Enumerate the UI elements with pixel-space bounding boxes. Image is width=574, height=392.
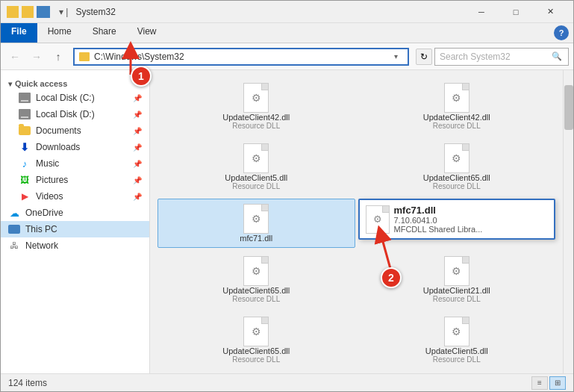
file-sub-7: Resource DLL bbox=[433, 295, 481, 303]
file-icon-3: ⚙ bbox=[442, 143, 472, 173]
file-item-9[interactable]: ⚙ UpdateClient5.dll Resource DLL bbox=[358, 311, 556, 369]
sidebar: ▾ Quick access Local Disk (C:) 📌 bbox=[1, 70, 150, 373]
status-item-count: 124 items bbox=[8, 378, 47, 388]
main-content: ▾ Quick access Local Disk (C:) 📌 bbox=[1, 70, 573, 373]
file-icon-1: ⚙ bbox=[442, 83, 472, 113]
file-icon-7: ⚙ bbox=[442, 256, 472, 286]
view-btn-grid[interactable]: ⊞ bbox=[549, 376, 566, 390]
file-sub-1: Resource DLL bbox=[433, 122, 481, 130]
sidebar-item-network[interactable]: 🖧 Network bbox=[1, 237, 149, 254]
file-name-6: UpdateClient65.dll bbox=[222, 286, 290, 295]
sidebar-item-this-pc[interactable]: This PC bbox=[1, 221, 149, 237]
file-area-wrapper: ⚙ UpdateClient42.dll Resource DLL ⚙ bbox=[150, 70, 573, 373]
maximize-button[interactable]: □ bbox=[499, 1, 533, 23]
pictures-icon: 🖼 bbox=[19, 174, 31, 186]
file-item-mfc71[interactable]: ⚙ mfc71.dll bbox=[157, 199, 355, 248]
up-button[interactable]: ↑ bbox=[49, 47, 68, 66]
sidebar-item-documents[interactable]: Documents 📌 bbox=[1, 122, 149, 139]
file-name-7: UpdateClient21.dll bbox=[423, 286, 490, 295]
tab-view[interactable]: View bbox=[127, 23, 167, 43]
pin-icon-music: 📌 bbox=[133, 160, 142, 168]
file-item-0[interactable]: ⚙ UpdateClient42.dll Resource DLL bbox=[157, 78, 355, 135]
tab-home[interactable]: Home bbox=[37, 23, 82, 43]
file-sub-9: Resource DLL bbox=[433, 355, 481, 364]
documents-icon bbox=[19, 125, 31, 137]
view-buttons: ≡ ⊞ bbox=[531, 376, 566, 390]
pin-icon-d: 📌 bbox=[133, 111, 142, 119]
search-bar[interactable]: Search System32 🔍 bbox=[434, 48, 569, 66]
pin-icon-downloads: 📌 bbox=[133, 143, 142, 152]
file-item-8[interactable]: ⚙ UpdateClient65.dll Resource DLL bbox=[157, 311, 355, 369]
window-title: System32 bbox=[75, 7, 464, 17]
downloads-label: Downloads bbox=[36, 142, 80, 152]
file-item-6[interactable]: ⚙ UpdateClient65.dll Resource DLL bbox=[157, 251, 355, 308]
scrollbar-thumb[interactable] bbox=[564, 85, 573, 130]
file-name-mfc71: mfc71.dll bbox=[222, 234, 290, 243]
window: ▾ | System32 ─ □ ✕ File Home Share View … bbox=[0, 0, 574, 392]
local-disk-c-label: Local Disk (C:) bbox=[36, 93, 95, 103]
annotation-circle-2: 2 bbox=[381, 267, 402, 288]
local-disk-d-icon bbox=[19, 108, 31, 120]
sidebar-item-pictures[interactable]: 🖼 Pictures 📌 bbox=[1, 172, 149, 188]
minimize-button[interactable]: ─ bbox=[464, 1, 499, 23]
tooltip-text: mfc71.dll 7.10.6041.0 MFCDLL Shared Libr… bbox=[394, 205, 483, 234]
status-bar: 124 items ≡ ⊞ bbox=[1, 373, 573, 391]
sidebar-quick-access-header[interactable]: ▾ Quick access bbox=[1, 76, 149, 90]
file-name-8: UpdateClient65.dll bbox=[222, 346, 290, 355]
forward-button[interactable]: → bbox=[27, 47, 46, 66]
title-separator: ▾ | bbox=[59, 7, 68, 17]
scrollbar-track[interactable] bbox=[563, 70, 573, 373]
sidebar-item-downloads[interactable]: ⬇ Downloads 📌 bbox=[1, 139, 149, 155]
title-icon-1 bbox=[7, 6, 19, 18]
annotation-circle-1: 1 bbox=[150, 70, 152, 87]
close-button[interactable]: ✕ bbox=[533, 1, 567, 23]
address-bar[interactable]: C:\Windows\System32 ▾ bbox=[73, 48, 409, 66]
sidebar-item-videos[interactable]: ▶ Videos 📌 bbox=[1, 188, 149, 205]
view-btn-list[interactable]: ≡ bbox=[531, 376, 548, 390]
title-controls: ─ □ ✕ bbox=[464, 1, 567, 23]
file-icon-9: ⚙ bbox=[442, 317, 472, 346]
ribbon: File Home Share View ? bbox=[1, 23, 573, 43]
quick-access-label: Quick access bbox=[15, 79, 67, 88]
file-sub-6: Resource DLL bbox=[232, 295, 280, 303]
file-sub-2: Resource DLL bbox=[232, 182, 280, 190]
file-icon-2: ⚙ bbox=[241, 143, 271, 173]
file-sub-8: Resource DLL bbox=[232, 355, 280, 364]
back-button[interactable]: ← bbox=[5, 47, 25, 66]
search-icon[interactable]: 🔍 bbox=[550, 52, 564, 61]
ribbon-tabs: File Home Share View ? bbox=[1, 23, 573, 43]
file-item-3[interactable]: ⚙ UpdateClient65.dll Resource DLL bbox=[358, 138, 556, 196]
refresh-button[interactable]: ↻ bbox=[416, 49, 432, 65]
file-icon-8: ⚙ bbox=[241, 317, 271, 346]
tooltip-content: ⚙ mfc71.dll 7.10.6041.0 MFCDLL Shared Li… bbox=[366, 205, 549, 234]
address-dropdown[interactable]: ▾ bbox=[388, 52, 403, 60]
file-area: ⚙ UpdateClient42.dll Resource DLL ⚙ bbox=[150, 70, 563, 373]
onedrive-label: OneDrive bbox=[25, 208, 63, 218]
sidebar-item-local-disk-d[interactable]: Local Disk (D:) 📌 bbox=[1, 106, 149, 122]
file-item-2[interactable]: ⚙ UpdateClient5.dll Resource DLL bbox=[157, 138, 355, 196]
file-grid: ⚙ UpdateClient42.dll Resource DLL ⚙ bbox=[155, 75, 558, 372]
documents-label: Documents bbox=[36, 125, 81, 136]
videos-label: Videos bbox=[36, 191, 63, 202]
sidebar-item-onedrive[interactable]: ☁ OneDrive bbox=[1, 205, 149, 221]
tooltip-name: mfc71.dll bbox=[394, 205, 483, 216]
music-icon: ♪ bbox=[19, 158, 31, 169]
music-label: Music bbox=[36, 158, 59, 169]
videos-icon: ▶ bbox=[19, 190, 31, 202]
sidebar-item-local-disk-c[interactable]: Local Disk (C:) 📌 bbox=[1, 90, 149, 106]
local-disk-c-icon bbox=[19, 92, 31, 104]
tooltip-dll-icon: ⚙ bbox=[366, 205, 390, 234]
file-name-1: UpdateClient42.dll bbox=[423, 113, 490, 122]
this-pc-label: This PC bbox=[25, 224, 57, 234]
onedrive-icon: ☁ bbox=[8, 207, 20, 219]
file-icon-mfc71: ⚙ bbox=[241, 204, 271, 234]
help-button[interactable]: ? bbox=[554, 25, 569, 40]
downloads-icon: ⬇ bbox=[19, 141, 31, 153]
file-icon-0: ⚙ bbox=[241, 83, 271, 113]
tab-file[interactable]: File bbox=[1, 23, 37, 43]
search-placeholder: Search System32 bbox=[440, 52, 550, 62]
sidebar-item-music[interactable]: ♪ Music 📌 bbox=[1, 155, 149, 172]
tab-share[interactable]: Share bbox=[82, 23, 127, 43]
file-item-1[interactable]: ⚙ UpdateClient42.dll Resource DLL bbox=[358, 78, 556, 135]
title-bar-icons bbox=[7, 6, 50, 18]
